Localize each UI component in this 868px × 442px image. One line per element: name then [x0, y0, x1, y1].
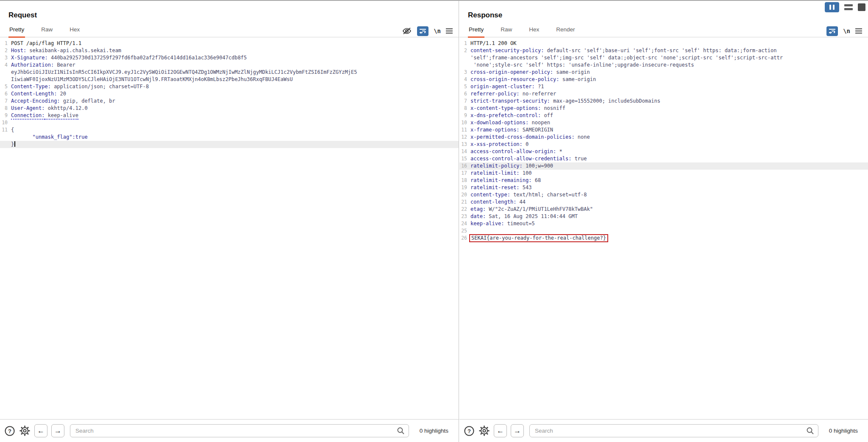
search-input[interactable] [70, 424, 409, 437]
highlights-count: 0 highlights [829, 428, 858, 434]
code-line: "unmask_flag":true [0, 134, 459, 141]
line-number: 17 [459, 170, 470, 177]
code-line: IiwiaWF0IjoxNzU1MzM3ODY5LCJleHAiOjE3NTU1… [0, 76, 459, 83]
tab-raw[interactable]: Raw [500, 25, 513, 36]
tab-pretty[interactable]: Pretty [468, 25, 484, 38]
code-line: 10 [0, 119, 459, 126]
code-line: } [0, 141, 459, 148]
menu-icon[interactable] [855, 28, 862, 34]
tab-hex[interactable]: Hex [528, 25, 540, 36]
code-line: 8User-Agent: okhttp/4.12.0 [0, 105, 459, 112]
line-number: 25 [459, 227, 470, 235]
line-number: 20 [459, 191, 470, 199]
search-icon[interactable] [806, 427, 814, 436]
pause-icon[interactable] [825, 2, 839, 12]
tab-render[interactable]: Render [555, 25, 576, 36]
tab-raw[interactable]: Raw [40, 25, 53, 36]
code-line: 17ratelimit-limit: 100 [459, 170, 868, 177]
line-number: 11 [459, 126, 470, 134]
code-line: 8x-content-type-options: nosniff [459, 105, 868, 112]
word-wrap-icon[interactable] [826, 26, 838, 36]
line-number: 1 [0, 40, 11, 47]
code-line: 'none';style-src 'self' https: 'unsafe-i… [459, 62, 868, 69]
code-line: 7Accept-Encoding: gzip, deflate, br [0, 98, 459, 105]
line-number [0, 134, 11, 141]
help-icon[interactable]: ? [464, 425, 475, 436]
newline-icon[interactable]: \n [434, 28, 441, 34]
svg-text:?: ? [8, 428, 11, 434]
code-line: 7strict-transport-security: max-age=1555… [459, 98, 868, 105]
line-number: 15 [459, 155, 470, 162]
line-number: 4 [459, 76, 470, 83]
help-icon[interactable]: ? [4, 425, 15, 436]
line-number: 18 [459, 177, 470, 184]
line-number: 21 [459, 199, 470, 206]
line-number: 24 [459, 220, 470, 227]
request-search-bar: ? ← → [0, 419, 459, 442]
response-search-bar: ? ← → [459, 419, 868, 442]
request-panel: Request PrettyRawHex \n 1POST /api/ [0, 1, 459, 442]
search-prev-button[interactable]: ← [34, 424, 47, 437]
line-number: 8 [0, 105, 11, 112]
search-input[interactable] [529, 424, 818, 437]
code-line: 9Connection: keep-alive [0, 112, 459, 119]
code-line: 6referrer-policy: no-referrer [459, 90, 868, 98]
request-tab-bar: PrettyRawHex \n [0, 25, 459, 37]
code-line: 14access-control-allow-origin: * [459, 148, 868, 155]
code-line: 18ratelimit-remaining: 68 [459, 177, 868, 184]
line-number: 9 [459, 112, 470, 119]
line-number: 12 [459, 134, 470, 141]
code-line: 5Content-Type: application/json; charset… [0, 83, 459, 90]
menu-icon[interactable] [446, 28, 453, 34]
code-line: 9x-dns-prefetch-control: off [459, 112, 868, 119]
code-line: 16ratelimit-policy: 100;w=900 [459, 162, 868, 170]
line-number: 13 [459, 141, 470, 148]
line-number: 23 [459, 213, 470, 220]
eye-off-icon[interactable] [402, 27, 412, 35]
request-editor-toolbar: \n [402, 25, 453, 36]
search-next-button[interactable]: → [511, 424, 524, 437]
code-line: 11x-frame-options: SAMEORIGIN [459, 126, 868, 134]
request-editor[interactable]: 1POST /api/flag HTTP/1.12Host: sekaibank… [0, 37, 459, 419]
gear-icon[interactable] [19, 425, 31, 436]
newline-icon[interactable]: \n [843, 28, 850, 34]
code-line: 11{ [0, 126, 459, 134]
search-prev-button[interactable]: ← [494, 424, 507, 437]
code-line: 26SEKAI{are-you-ready-for-the-real-chall… [459, 235, 868, 242]
tab-pretty[interactable]: Pretty [8, 25, 25, 38]
line-number: 10 [0, 119, 11, 126]
gear-icon[interactable] [479, 425, 490, 436]
word-wrap-icon[interactable] [417, 26, 428, 36]
line-number: 1 [459, 40, 470, 47]
code-line: 10x-download-options: noopen [459, 119, 868, 126]
text-cursor [14, 141, 15, 147]
response-editor-toolbar: \n [826, 25, 862, 36]
code-line: 20content-type: text/html; charset=utf-8 [459, 191, 868, 199]
search-next-button[interactable]: → [51, 424, 64, 437]
line-number [0, 69, 11, 76]
code-line: 22etag: W/"2c-ZuAZ/1/PMiUT1LeHhFV78kTwBA… [459, 206, 868, 213]
code-line: eyJhbGciOiJIUzI1NiIsInR5cCI6IkpXVCJ9.eyJ… [0, 69, 459, 76]
request-search-box [70, 424, 409, 437]
line-number [0, 141, 11, 148]
search-icon[interactable] [397, 427, 405, 436]
line-number: 8 [459, 105, 470, 112]
line-number: 2 [0, 47, 11, 54]
code-line: 23date: Sat, 16 Aug 2025 11:04:44 GMT [459, 213, 868, 220]
line-number: 10 [459, 119, 470, 126]
code-line: 5origin-agent-cluster: ?1 [459, 83, 868, 90]
line-number: 7 [0, 98, 11, 105]
code-line: 12x-permitted-cross-domain-policies: non… [459, 134, 868, 141]
response-search-box [529, 424, 818, 437]
line-number [459, 54, 470, 62]
line-number: 4 [0, 62, 11, 69]
tab-hex[interactable]: Hex [69, 25, 81, 36]
line-number: 14 [459, 148, 470, 155]
code-line: 3X-Signature: 440ba2925730d137259f297fd6… [0, 54, 459, 62]
code-line: 6Content-Length: 20 [0, 90, 459, 98]
rows-layout-icon[interactable] [844, 4, 853, 10]
line-number: 6 [459, 90, 470, 98]
square-layout-icon[interactable] [858, 3, 865, 11]
response-editor[interactable]: 1HTTP/1.1 200 OK2content-security-policy… [459, 37, 868, 419]
line-number: 2 [459, 47, 470, 54]
